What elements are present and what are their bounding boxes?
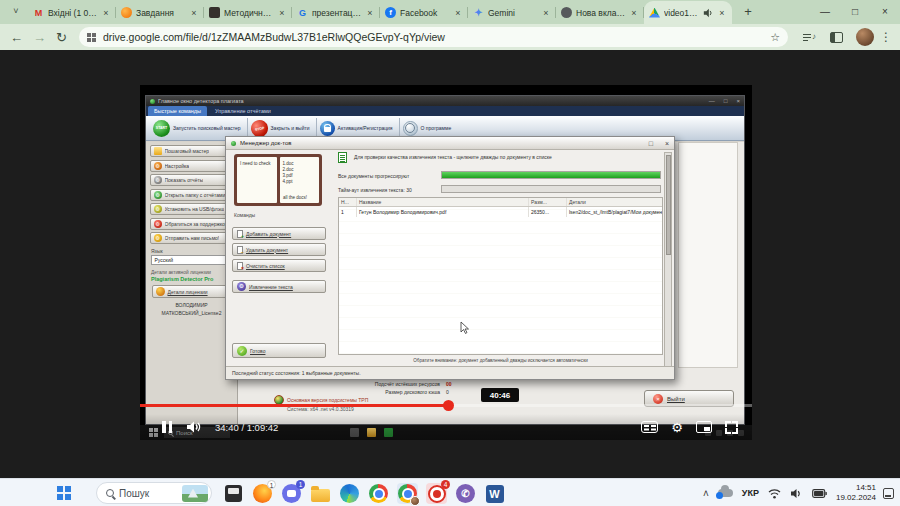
clock[interactable]: 14:51 19.02.2024 [836,483,876,503]
taskbar-viber[interactable]: ✆ [455,483,476,504]
speaker-icon[interactable] [790,488,803,499]
profile-avatar[interactable] [856,28,874,46]
close-icon[interactable]: × [189,8,199,18]
taskbar-chrome-profile-active[interactable] [397,483,418,504]
tab-quick-commands[interactable]: Быстрые команды [148,106,207,116]
seek-handle[interactable] [443,400,454,411]
app-minimize-icon[interactable]: — [709,98,715,104]
dialog-scrollbar[interactable] [664,152,672,367]
taskbar-chat[interactable]: 1 [281,483,302,504]
close-button[interactable]: × [870,0,900,24]
pause-button[interactable] [162,421,172,433]
scrollbar-thumb[interactable] [666,155,671,255]
col-details[interactable]: Детали [567,198,662,206]
col-size[interactable]: Разм... [529,198,567,206]
sidebar-mail-button[interactable]: ⚙ Отправить нам письмо! [150,232,234,244]
dialog-maximize-icon[interactable]: □ [649,140,653,147]
site-info-icon[interactable] [87,33,96,42]
back-button[interactable]: ← [10,30,23,45]
audio-playing-icon[interactable] [703,8,713,18]
onedrive-icon[interactable] [718,489,733,497]
tab-report-management[interactable]: Управление отчётами [207,106,279,116]
reading-list-icon[interactable]: ♪ [803,32,816,43]
google-icon: G [297,7,308,18]
side-panel-icon[interactable] [830,32,843,43]
sidebar-open-folder-button[interactable]: ⚙ Открыть папку с отчётами [150,189,234,201]
dialog-close-icon[interactable]: × [665,140,669,147]
battery-icon[interactable] [812,489,827,498]
close-icon[interactable]: × [717,8,727,18]
browser-menu-icon[interactable]: ⋮ [880,30,892,44]
documents-table[interactable]: Н... Название Разм... Детали 1 Гетун Вол… [338,197,663,355]
clear-list-button[interactable]: × Очистить список [232,259,326,272]
tab-label: Gemini [488,8,537,18]
text-extraction-button[interactable]: ⚙ Извлечение текста [232,280,326,293]
col-number[interactable]: Н... [339,198,357,206]
new-tab-button[interactable]: + [738,2,758,22]
taskbar-firefox[interactable]: 1 [252,483,273,504]
settings-gear-icon[interactable]: ⚙ [671,421,683,434]
reload-button[interactable]: ↻ [56,30,67,45]
bookmark-star-icon[interactable]: ☆ [770,31,780,44]
taskbar-app-dark[interactable] [223,483,244,504]
tab-facebook[interactable]: f Facebook × [380,1,468,24]
address-bar[interactable]: drive.google.com/file/d/1zZMAAMzBudwL37B… [79,27,788,47]
sidebar-reports-button[interactable]: ⚙ Показать отчёты [150,174,234,186]
button-label: Извлечение текста [249,284,293,290]
sidebar-wizard-button[interactable]: Пошаговый мастер [150,145,234,157]
weather-widget[interactable] [182,485,208,502]
tab-gmail[interactable]: M Вхідні (1 097) - × [28,1,116,24]
tab-tasks[interactable]: Завдання × [116,1,204,24]
tab-video-active[interactable]: video191705 × [644,1,732,24]
taskbar-file-explorer[interactable] [310,483,331,504]
col-name[interactable]: Название [357,198,529,206]
app-close-icon[interactable]: × [736,98,740,104]
notification-center-icon[interactable] [883,488,894,499]
pip-icon[interactable] [696,421,712,433]
tray-chevron-icon[interactable]: ˄ [703,488,709,499]
minimize-button[interactable]: — [810,0,840,24]
taskbar-edge[interactable] [339,483,360,504]
subtitles-icon[interactable] [641,421,658,433]
delete-document-icon: − [237,246,243,254]
maximize-button[interactable]: □ [840,0,870,24]
close-icon[interactable]: × [629,8,639,18]
close-icon[interactable]: × [453,8,463,18]
app-maximize-icon[interactable]: □ [724,98,728,104]
tab-gemini[interactable]: ✦ Gemini × [468,1,556,24]
taskbar-search[interactable]: Пошук [96,482,212,504]
license-details-button[interactable]: Детали лицензии [152,285,232,298]
delete-document-button[interactable]: − Удалить документ [232,243,326,256]
url-text[interactable]: drive.google.com/file/d/1zZMAAMzBudwL37B… [103,31,770,43]
taskbar-chrome[interactable] [368,483,389,504]
taskbar-app-notification[interactable]: 4 [426,483,447,504]
table-row[interactable]: 1 Гетун Володимир Володимирович.pdf 2635… [339,207,662,217]
wifi-icon[interactable] [768,488,781,499]
close-icon[interactable]: × [365,8,375,18]
done-button[interactable]: ✓ Готово [232,343,326,358]
tab-presentation[interactable]: G презентація ве: × [292,1,380,24]
status-rows: Подсчёт истёкших ресурсов00 Размер диско… [298,381,458,396]
dialog-titlebar: Менеджер док-тов □ × [226,137,674,150]
tab-newtab[interactable]: Нова вкладка × [556,1,644,24]
forward-button[interactable]: → [33,30,46,45]
close-icon[interactable]: × [101,8,111,18]
fullscreen-icon[interactable] [725,421,738,434]
sidebar-usb-button[interactable]: ⚙ Установить на USB/флэш [150,203,234,215]
video-player[interactable]: Главное окно детектора плагиата — □ × Бы… [140,85,752,440]
start-button[interactable] [57,486,71,500]
volume-icon[interactable] [186,420,202,434]
close-icon[interactable]: × [541,8,551,18]
language-select[interactable]: Русский ˅ [151,255,233,265]
sidebar-settings-button[interactable]: ⚙ Настройка [150,160,234,172]
tab-metodychni[interactable]: Методичні рек: × [204,1,292,24]
close-icon[interactable]: × [277,8,287,18]
keyboard-language[interactable]: УКР [742,488,759,498]
language-value: Русский [155,257,174,263]
tab-search-icon[interactable]: ˅ [8,4,24,20]
seek-bar[interactable] [140,404,752,407]
sidebar-support-button[interactable]: ⚙ Обратиться за поддержкой [150,218,234,230]
taskbar-word[interactable]: W [484,483,505,504]
screen: ˅ M Вхідні (1 097) - × Завдання × Методи… [0,0,900,506]
add-document-button[interactable]: + Добавить документ [232,227,326,240]
